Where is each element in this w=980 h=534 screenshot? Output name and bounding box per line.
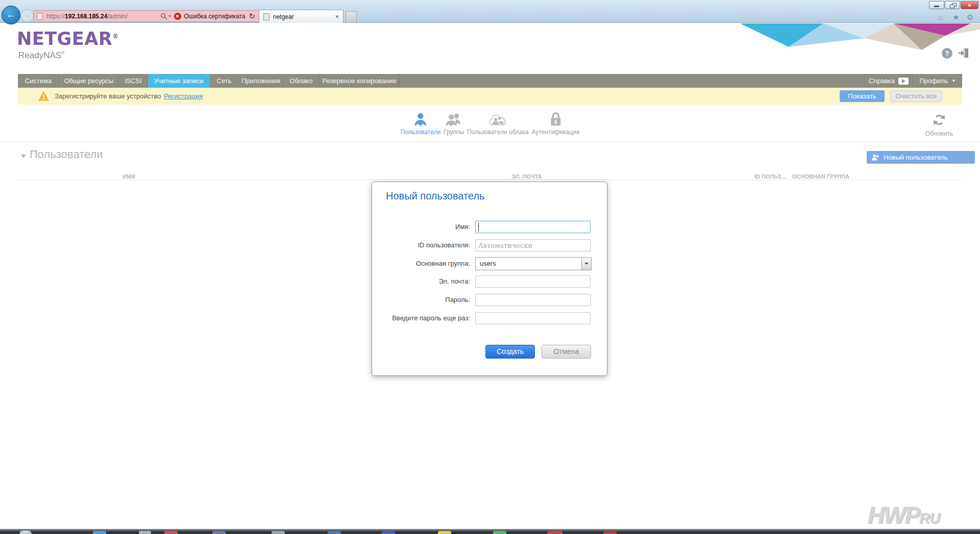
search-icon[interactable] [160, 13, 167, 20]
taskbar-icon[interactable] [493, 531, 506, 534]
field-label-password: Пароль: [372, 296, 470, 303]
tab-title: netgear [273, 13, 294, 20]
search-caret-icon[interactable]: ▾ [169, 14, 171, 18]
nav-tab-backup[interactable]: Резервное копирование [320, 74, 400, 88]
new-tab-button[interactable] [346, 11, 357, 23]
section-collapse-icon[interactable] [21, 155, 26, 158]
certificate-error-button[interactable]: Ошибка сертификата [184, 13, 246, 20]
new-user-dialog: Новый пользователь Имя: ID пользователя:… [372, 182, 607, 376]
lock-icon [548, 112, 562, 127]
submenu-item-label: Группы [444, 129, 464, 136]
chevron-down-icon: ▼ [952, 79, 956, 83]
submenu-item-groups[interactable]: Группы [442, 112, 465, 136]
clear-all-button[interactable]: Очистить все [890, 90, 942, 102]
column-header-userid[interactable]: ID ПОЛЬЗ... [754, 173, 786, 180]
notice-text: Зарегистрируйте ваше устройствоРегистрац… [55, 88, 203, 105]
taskbar-icon[interactable] [164, 531, 178, 534]
create-button[interactable]: Создать [485, 345, 535, 359]
screen: { "colors": { "brand_purple": "#7d5fa6",… [0, 0, 980, 534]
nav-tab-iscsi[interactable]: iSCSI [119, 74, 148, 88]
show-button[interactable]: Показать [840, 90, 885, 102]
readynas-label: ReadyNAS® [18, 50, 65, 61]
netgear-logo: NETGEAR® [17, 29, 119, 49]
new-user-button-label: Новый пользователь [884, 154, 948, 161]
field-label-email: Эл. почта: [372, 277, 470, 285]
window-close-button[interactable]: × [961, 1, 978, 9]
refresh-page-icon[interactable]: ↻ [249, 12, 255, 21]
url-path: /admin/ [107, 13, 127, 20]
select-dropdown-icon[interactable] [581, 258, 591, 270]
favorites-star-icon[interactable]: ★ [952, 13, 959, 22]
tab-favicon [263, 13, 270, 20]
dialog-title: Новый пользователь [386, 190, 485, 202]
os-taskbar[interactable] [0, 529, 980, 534]
nav-help-button[interactable]: Справка [864, 74, 913, 88]
taskbar-icon[interactable] [547, 531, 562, 534]
taskbar-icon[interactable] [93, 531, 106, 534]
video-play-icon [898, 78, 909, 85]
window-minimize-button[interactable] [929, 1, 944, 9]
address-bar[interactable]: https://192.168.185.24/admin/ ▾ ✕ Ошибка… [34, 10, 259, 22]
close-icon: × [968, 2, 971, 8]
text-cursor [478, 223, 479, 231]
nav-tab-system[interactable]: Система [18, 74, 59, 88]
header-decoration [740, 23, 980, 64]
taskbar-icon[interactable] [382, 531, 395, 534]
start-orb-icon[interactable] [19, 530, 32, 534]
registration-link[interactable]: Регистрация [164, 92, 203, 100]
nav-profile-button[interactable]: Профиль ▼ [913, 74, 962, 88]
settings-gear-icon[interactable]: ⚙ [967, 13, 973, 22]
browser-forward-button[interactable]: → [21, 9, 34, 22]
cloud-users-icon [488, 112, 507, 127]
userid-field[interactable] [475, 239, 591, 251]
taskbar-icon[interactable] [212, 531, 226, 534]
taskbar-icon[interactable] [328, 531, 341, 534]
new-user-button[interactable]: Новый пользователь [867, 151, 975, 164]
tab-close-icon[interactable]: × [335, 14, 339, 20]
submenu-item-cloud-users[interactable]: Пользователи облака [465, 112, 530, 136]
nav-tab-accounts[interactable]: Учетные записи [148, 74, 210, 88]
help-icon[interactable]: ? [942, 48, 952, 59]
column-header-primary-group[interactable]: ОСНОВНАЯ ГРУППА [792, 173, 849, 180]
nav-tab-network[interactable]: Сеть [210, 74, 239, 88]
add-user-icon [871, 154, 879, 161]
groups-icon [445, 112, 462, 127]
refresh-button[interactable]: Обновить [914, 113, 965, 137]
home-icon[interactable]: ⌂ [938, 13, 943, 21]
cancel-button[interactable]: Отмена [542, 345, 591, 359]
nav-tab-cloud[interactable]: Облако [283, 74, 320, 88]
field-label-password-repeat: Введите пароль еще раз: [372, 314, 470, 322]
taskbar-icon[interactable] [438, 531, 451, 534]
submenu-item-label: Пользователи облака [467, 129, 529, 136]
column-header-name[interactable]: ИМЯ [122, 173, 135, 180]
logout-icon[interactable] [958, 47, 970, 59]
browser-back-button[interactable]: ← [2, 6, 20, 24]
nav-tab-apps[interactable]: Приложения [239, 74, 283, 88]
password-repeat-field[interactable] [475, 312, 591, 324]
user-icon [413, 112, 428, 127]
submenu-item-authentication[interactable]: Аутентификация [530, 112, 581, 136]
window-restore-button[interactable] [945, 1, 960, 9]
taskbar-icon[interactable] [139, 531, 151, 534]
taskbar-icon[interactable] [603, 531, 617, 534]
nav-tab-shares[interactable]: Общие ресурсы [59, 74, 119, 88]
main-nav: Система Общие ресурсы iSCSI Учетные запи… [18, 74, 962, 88]
primary-group-select[interactable]: users [475, 257, 592, 270]
password-field[interactable] [475, 294, 591, 306]
primary-group-value: users [480, 258, 496, 270]
taskbar-icon[interactable] [272, 531, 285, 534]
browser-chrome: ← → https://192.168.185.24/admin/ ▾ ✕ Ош… [0, 0, 980, 23]
browser-tab-netgear[interactable]: netgear × [259, 10, 344, 23]
page-icon [37, 13, 43, 20]
submenu-item-users[interactable]: Пользователи [399, 112, 442, 136]
certificate-error-icon: ✕ [174, 13, 181, 20]
register-notice-bar: Зарегистрируйте ваше устройствоРегистрац… [18, 88, 962, 105]
logo-reg-mark: ® [112, 33, 119, 40]
name-field[interactable] [475, 221, 591, 233]
field-label-name: Имя: [372, 223, 470, 231]
table-header-rule [18, 180, 962, 180]
email-field[interactable] [475, 275, 591, 288]
submenu-item-label: Аутентификация [532, 129, 580, 136]
column-header-email[interactable]: ЭЛ. ПОЧТА [511, 173, 542, 180]
url-text[interactable]: https://192.168.185.24/admin/ [46, 13, 128, 20]
